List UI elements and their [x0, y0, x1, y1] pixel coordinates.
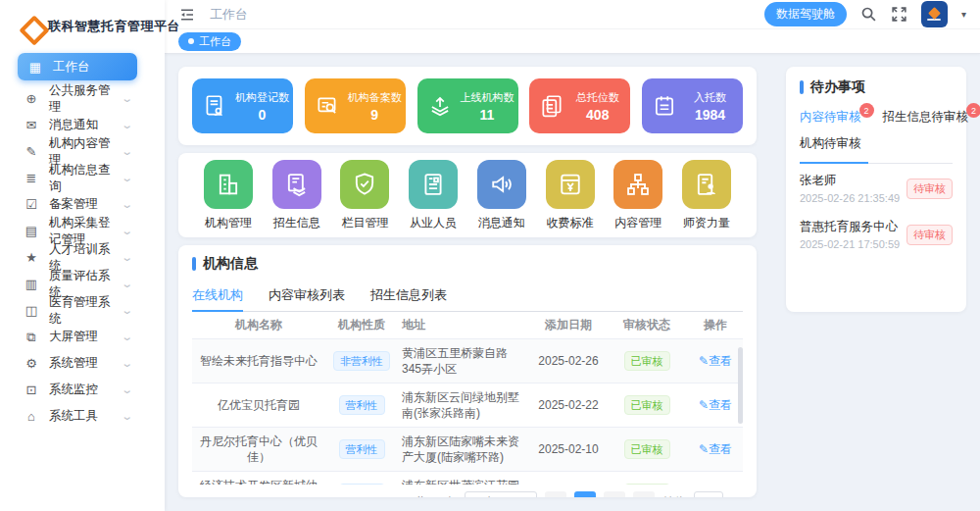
stat-card-registered[interactable]: 机构登记数 0	[192, 78, 293, 133]
app-notifications[interactable]: 消息通知	[477, 160, 526, 231]
chevron-down-icon: ⌄	[121, 172, 133, 184]
status-badge: 已审核	[624, 439, 670, 460]
count-badge: 2	[966, 103, 980, 118]
page-button-1[interactable]: 1	[574, 491, 596, 497]
table-row[interactable]: 智绘未来托育指导中心 非营利性 黄浦区五里桥蒙自路345弄小区 2025-02-…	[192, 339, 743, 383]
tools-icon: ⌂	[24, 409, 39, 424]
chevron-down-icon: ⌄	[121, 383, 133, 396]
sidebar-collapse-icon[interactable]	[178, 7, 196, 23]
breadcrumb[interactable]: 工作台	[210, 6, 248, 24]
stat-card-filed[interactable]: 机构备案数 9	[305, 78, 406, 133]
clipboard-icon	[652, 93, 677, 119]
data-cockpit-button[interactable]: 数据驾驶舱	[764, 2, 847, 26]
page-button-2[interactable]: 2	[604, 491, 625, 497]
quick-apps-panel: 机构管理 招生信息 栏目管理	[178, 153, 757, 237]
chevron-down-icon: ⌄	[121, 410, 133, 423]
sidebar-item-public-service[interactable]: ⊕ 公共服务管理 ⌄	[0, 85, 165, 112]
app-fee-standards[interactable]: 收费标准	[546, 160, 595, 231]
status-badge: 已审核	[624, 484, 670, 485]
table-row[interactable]: 经济技术开发区新城幼儿 营利性 浦东新区世茂滨江花园南 已审核 ✎查看	[192, 472, 743, 485]
view-link[interactable]: ✎查看	[699, 441, 732, 457]
stat-value: 0	[235, 107, 289, 123]
app-enrollment-info[interactable]: 招生信息	[272, 160, 321, 231]
fullscreen-icon[interactable]	[891, 6, 907, 23]
yen-box-icon	[546, 160, 595, 209]
avatar[interactable]	[921, 1, 948, 27]
prev-page-button[interactable]: ‹	[545, 491, 566, 497]
app-teacher-resources[interactable]: 师资力量	[682, 160, 731, 231]
stat-value: 11	[461, 107, 514, 123]
sidebar-item-org-query[interactable]: ≣ 机构信息查询 ⌄	[0, 165, 165, 191]
view-link[interactable]: ✎查看	[699, 353, 732, 369]
view-link[interactable]: ✎查看	[699, 397, 732, 413]
stat-card-total-slots[interactable]: 总托位数 408	[529, 78, 630, 133]
page-size-select[interactable]: 10条/页 ⌄	[465, 491, 537, 497]
documents-icon	[539, 93, 564, 119]
org-info-title: 机构信息	[192, 255, 743, 273]
shield-check-icon	[340, 160, 389, 209]
doc-search-icon	[315, 93, 340, 119]
doc-layers-icon	[272, 160, 321, 209]
logo: 联科智慧托育管理平台	[0, 0, 165, 49]
tab-content-pending[interactable]: 内容待审核 2	[800, 104, 861, 130]
sidebar-item-big-screen[interactable]: ⧉ 大屏管理 ⌄	[0, 324, 165, 350]
chevron-down-icon[interactable]: ▾	[961, 9, 966, 20]
pagination: 共 11 条 10条/页 ⌄ ‹ 1 2 › 前往 页	[192, 485, 743, 497]
stat-value: 408	[572, 107, 622, 123]
avatar-diamond-icon	[928, 7, 941, 20]
pending-badge: 待审核	[906, 225, 953, 245]
sidebar-item-workbench[interactable]: ▦ 工作台	[18, 53, 137, 80]
app-column-management[interactable]: 栏目管理	[340, 160, 389, 231]
public-service-icon: ⊕	[24, 91, 39, 106]
stat-card-online[interactable]: 上线机构数 11	[417, 78, 518, 133]
goto-page-input[interactable]	[694, 491, 723, 497]
count-badge: 2	[859, 103, 874, 118]
app-root: 联科智慧托育管理平台 ▦ 工作台 ⊕ 公共服务管理 ⌄ ✉ 消息通知 ⌄ ✎ 机…	[0, 0, 980, 511]
chevron-down-icon: ⌄	[121, 198, 133, 211]
status-badge: 已审核	[624, 351, 670, 372]
org-info-panel: 机构信息 在线机构 内容审核列表 招生信息列表 机构名称 机构性质 地址 添加日…	[178, 245, 757, 497]
content-edit-icon: ✎	[24, 144, 39, 159]
todo-tabs: 内容待审核 2 招生信息待审核 2 机构待审核	[800, 104, 953, 164]
tab-content-review-list[interactable]: 内容审核列表	[269, 281, 345, 311]
table-scrollbar[interactable]	[738, 347, 743, 424]
record-icon: ☑	[24, 197, 39, 212]
todo-item[interactable]: 张老师 2025-02-26 21:35:49 待审核	[800, 164, 953, 210]
sidebar-item-system-admin[interactable]: ⚙ 系统管理 ⌄	[0, 350, 165, 377]
sidebar: 联科智慧托育管理平台 ▦ 工作台 ⊕ 公共服务管理 ⌄ ✉ 消息通知 ⌄ ✎ 机…	[0, 0, 165, 511]
app-practitioners[interactable]: 从业人员	[409, 160, 458, 231]
brand-diamond-icon	[20, 16, 41, 37]
tab-org-pending[interactable]: 机构待审核	[800, 130, 861, 157]
table-header: 机构名称 机构性质 地址 添加日期 审核状态 操作	[192, 312, 743, 339]
nature-badge: 营利性	[339, 484, 385, 485]
dashboard-icon: ▦	[27, 60, 43, 75]
table-row[interactable]: 亿优宝贝托育园 营利性 浦东新区云间绿地别墅南(张家浜路南) 2025-02-2…	[192, 383, 743, 428]
todo-item[interactable]: 普惠托育服务中心 2025-02-21 17:50:59 待审核	[800, 210, 953, 256]
doc-list-icon	[409, 160, 458, 209]
tab-enrollment-list[interactable]: 招生信息列表	[370, 281, 447, 311]
chevron-down-icon: ⌄	[121, 251, 133, 264]
sidebar-item-system-monitor[interactable]: ⊡ 系统监控 ⌄	[0, 377, 165, 403]
app-org-management[interactable]: 机构管理	[204, 160, 253, 231]
nature-badge: 非营利性	[333, 351, 390, 372]
info-query-icon: ≣	[24, 171, 39, 185]
sidebar-item-system-tools[interactable]: ⌂ 系统工具 ⌄	[0, 403, 165, 430]
chevron-down-icon: ⌄	[522, 497, 530, 498]
pagination-total: 共 11 条	[415, 494, 457, 498]
stat-value: 9	[348, 107, 402, 123]
stats-panel: 机构登记数 0 机构备案数 9	[178, 67, 757, 145]
pending-badge: 待审核	[906, 179, 953, 199]
sidebar-menu: ▦ 工作台 ⊕ 公共服务管理 ⌄ ✉ 消息通知 ⌄ ✎ 机构内容管理 ⌄ ≣ 机…	[0, 49, 165, 430]
sidebar-item-medical-care[interactable]: ◫ 医育管理系统 ⌄	[0, 297, 165, 324]
next-page-button[interactable]: ›	[633, 491, 655, 497]
sitemap-icon	[613, 160, 662, 209]
table-row[interactable]: 丹尼尔托育中心（优贝佳） 营利性 浦东新区陆家嘴未来资产大厦(陆家嘴环路) 20…	[192, 428, 743, 472]
tab-online-orgs[interactable]: 在线机构	[192, 281, 243, 311]
search-icon[interactable]	[860, 6, 877, 23]
app-content-management[interactable]: 内容管理	[613, 160, 662, 231]
tag-workbench[interactable]: 工作台	[178, 32, 241, 51]
tab-enrollment-pending[interactable]: 招生信息待审核 2	[883, 104, 969, 130]
screen-icon: ⧉	[24, 330, 39, 345]
quality-icon: ▥	[24, 277, 39, 291]
stat-card-enrolled[interactable]: 入托数 1984	[642, 78, 743, 133]
